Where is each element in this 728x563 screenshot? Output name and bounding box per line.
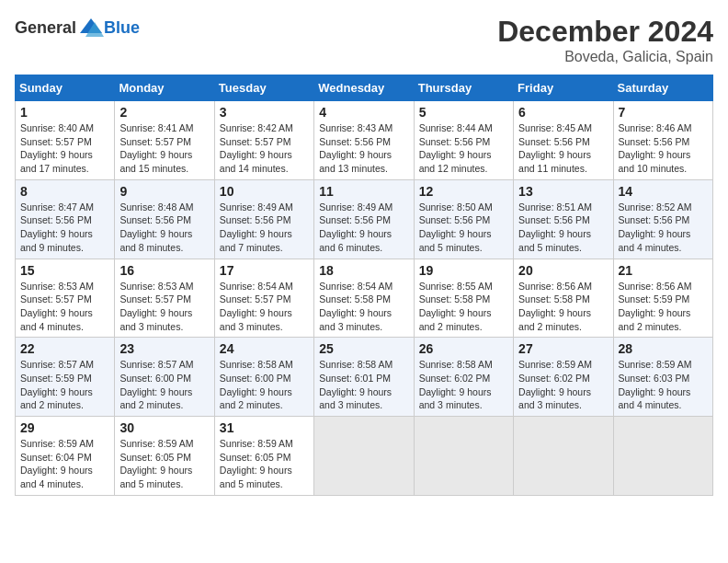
- logo-general: General: [15, 18, 76, 38]
- day-number: 25: [319, 341, 408, 356]
- day-number: 21: [619, 263, 708, 278]
- day-info: Sunrise: 8:59 AMSunset: 6:02 PMDaylight:…: [518, 358, 608, 412]
- calendar-day-cell: 1Sunrise: 8:40 AMSunset: 5:57 PMDaylight…: [16, 101, 115, 180]
- day-number: 9: [119, 184, 209, 199]
- calendar-day-cell: 8Sunrise: 8:47 AMSunset: 5:56 PMDaylight…: [16, 179, 115, 259]
- calendar-day-cell: 13Sunrise: 8:51 AMSunset: 5:56 PMDayligh…: [514, 179, 613, 259]
- day-number: 24: [220, 341, 309, 356]
- day-number: 26: [419, 341, 508, 356]
- day-number: 29: [20, 420, 109, 435]
- calendar-day-cell: 29Sunrise: 8:59 AMSunset: 6:04 PMDayligh…: [16, 417, 115, 496]
- calendar-day-cell: 27Sunrise: 8:59 AMSunset: 6:02 PMDayligh…: [514, 338, 613, 417]
- calendar-week-row: 29Sunrise: 8:59 AMSunset: 6:04 PMDayligh…: [16, 417, 713, 496]
- day-info: Sunrise: 8:54 AMSunset: 5:58 PMDaylight:…: [319, 280, 408, 334]
- calendar-day-cell: 16Sunrise: 8:53 AMSunset: 5:57 PMDayligh…: [115, 259, 214, 338]
- calendar-day-cell: 14Sunrise: 8:52 AMSunset: 5:56 PMDayligh…: [613, 179, 712, 259]
- day-info: Sunrise: 8:57 AMSunset: 5:59 PMDaylight:…: [20, 358, 109, 412]
- calendar-body: 1Sunrise: 8:40 AMSunset: 5:57 PMDaylight…: [16, 101, 713, 496]
- calendar-day-cell: 11Sunrise: 8:49 AMSunset: 5:56 PMDayligh…: [314, 179, 414, 259]
- calendar-day-cell: 24Sunrise: 8:58 AMSunset: 6:00 PMDayligh…: [214, 338, 313, 417]
- day-info: Sunrise: 8:53 AMSunset: 5:57 PMDaylight:…: [20, 280, 109, 334]
- day-info: Sunrise: 8:56 AMSunset: 5:59 PMDaylight:…: [619, 280, 708, 334]
- day-info: Sunrise: 8:59 AMSunset: 6:04 PMDaylight:…: [20, 437, 109, 491]
- day-number: 19: [419, 263, 508, 278]
- calendar-day-cell: [613, 417, 712, 496]
- day-info: Sunrise: 8:54 AMSunset: 5:57 PMDaylight:…: [220, 280, 309, 334]
- day-number: 1: [20, 105, 109, 120]
- calendar-day-cell: 10Sunrise: 8:49 AMSunset: 5:56 PMDayligh…: [214, 179, 313, 259]
- day-info: Sunrise: 8:41 AMSunset: 5:57 PMDaylight:…: [119, 121, 209, 176]
- calendar-day-cell: 18Sunrise: 8:54 AMSunset: 5:58 PMDayligh…: [314, 259, 414, 338]
- day-info: Sunrise: 8:43 AMSunset: 5:56 PMDaylight:…: [319, 121, 408, 176]
- day-info: Sunrise: 8:40 AMSunset: 5:57 PMDaylight:…: [20, 121, 109, 176]
- calendar-day-cell: [414, 417, 513, 496]
- calendar-day-header: Monday: [115, 75, 214, 101]
- day-number: 30: [119, 420, 209, 435]
- logo-blue: Blue: [104, 18, 140, 38]
- day-info: Sunrise: 8:48 AMSunset: 5:56 PMDaylight:…: [119, 201, 209, 255]
- day-info: Sunrise: 8:59 AMSunset: 6:05 PMDaylight:…: [220, 437, 309, 491]
- day-info: Sunrise: 8:58 AMSunset: 6:00 PMDaylight:…: [220, 358, 309, 412]
- day-info: Sunrise: 8:57 AMSunset: 6:00 PMDaylight:…: [119, 358, 209, 412]
- day-number: 20: [518, 263, 608, 278]
- logo-icon: [78, 15, 104, 40]
- calendar-day-header: Sunday: [16, 75, 115, 101]
- day-number: 2: [119, 105, 209, 120]
- day-info: Sunrise: 8:58 AMSunset: 6:01 PMDaylight:…: [319, 358, 408, 412]
- day-info: Sunrise: 8:46 AMSunset: 5:56 PMDaylight:…: [619, 121, 708, 176]
- day-info: Sunrise: 8:44 AMSunset: 5:56 PMDaylight:…: [419, 121, 508, 176]
- day-info: Sunrise: 8:45 AMSunset: 5:56 PMDaylight:…: [518, 121, 608, 176]
- calendar-day-cell: 3Sunrise: 8:42 AMSunset: 5:57 PMDaylight…: [214, 101, 313, 180]
- calendar-week-row: 22Sunrise: 8:57 AMSunset: 5:59 PMDayligh…: [16, 338, 713, 417]
- day-info: Sunrise: 8:51 AMSunset: 5:56 PMDaylight:…: [518, 201, 608, 255]
- day-number: 17: [220, 263, 309, 278]
- calendar-day-cell: 12Sunrise: 8:50 AMSunset: 5:56 PMDayligh…: [414, 179, 513, 259]
- day-number: 27: [518, 341, 608, 356]
- day-number: 10: [220, 184, 309, 199]
- calendar-week-row: 8Sunrise: 8:47 AMSunset: 5:56 PMDaylight…: [16, 179, 713, 259]
- calendar-header-row: SundayMondayTuesdayWednesdayThursdayFrid…: [16, 75, 713, 101]
- day-number: 4: [319, 105, 408, 120]
- calendar-day-cell: 19Sunrise: 8:55 AMSunset: 5:58 PMDayligh…: [414, 259, 513, 338]
- day-number: 8: [20, 184, 109, 199]
- page-header: General Blue December 2024 Boveda, Galic…: [15, 15, 713, 65]
- calendar-table: SundayMondayTuesdayWednesdayThursdayFrid…: [15, 75, 713, 496]
- calendar-day-cell: 9Sunrise: 8:48 AMSunset: 5:56 PMDaylight…: [115, 179, 214, 259]
- calendar-day-header: Friday: [514, 75, 613, 101]
- day-number: 23: [119, 341, 209, 356]
- calendar-day-header: Thursday: [414, 75, 513, 101]
- day-number: 12: [419, 184, 508, 199]
- day-number: 3: [220, 105, 309, 120]
- month-title: December 2024: [497, 15, 713, 49]
- day-number: 6: [518, 105, 608, 120]
- day-number: 14: [619, 184, 708, 199]
- title-area: December 2024 Boveda, Galicia, Spain: [497, 15, 713, 65]
- calendar-day-cell: [514, 417, 613, 496]
- day-info: Sunrise: 8:59 AMSunset: 6:03 PMDaylight:…: [619, 358, 708, 412]
- calendar-day-cell: 31Sunrise: 8:59 AMSunset: 6:05 PMDayligh…: [214, 417, 313, 496]
- day-info: Sunrise: 8:52 AMSunset: 5:56 PMDaylight:…: [619, 201, 708, 255]
- calendar-day-cell: 15Sunrise: 8:53 AMSunset: 5:57 PMDayligh…: [16, 259, 115, 338]
- day-number: 13: [518, 184, 608, 199]
- day-number: 15: [20, 263, 109, 278]
- day-info: Sunrise: 8:58 AMSunset: 6:02 PMDaylight:…: [419, 358, 508, 412]
- calendar-week-row: 1Sunrise: 8:40 AMSunset: 5:57 PMDaylight…: [16, 101, 713, 180]
- calendar-week-row: 15Sunrise: 8:53 AMSunset: 5:57 PMDayligh…: [16, 259, 713, 338]
- day-info: Sunrise: 8:49 AMSunset: 5:56 PMDaylight:…: [220, 201, 309, 255]
- calendar-day-cell: 21Sunrise: 8:56 AMSunset: 5:59 PMDayligh…: [613, 259, 712, 338]
- calendar-day-cell: 25Sunrise: 8:58 AMSunset: 6:01 PMDayligh…: [314, 338, 414, 417]
- calendar-day-cell: 5Sunrise: 8:44 AMSunset: 5:56 PMDaylight…: [414, 101, 513, 180]
- calendar-day-cell: 2Sunrise: 8:41 AMSunset: 5:57 PMDaylight…: [115, 101, 214, 180]
- day-number: 28: [619, 341, 708, 356]
- day-info: Sunrise: 8:53 AMSunset: 5:57 PMDaylight:…: [119, 280, 209, 334]
- day-info: Sunrise: 8:56 AMSunset: 5:58 PMDaylight:…: [518, 280, 608, 334]
- day-number: 18: [319, 263, 408, 278]
- calendar-day-cell: 26Sunrise: 8:58 AMSunset: 6:02 PMDayligh…: [414, 338, 513, 417]
- day-number: 31: [220, 420, 309, 435]
- day-info: Sunrise: 8:42 AMSunset: 5:57 PMDaylight:…: [220, 121, 309, 176]
- day-info: Sunrise: 8:55 AMSunset: 5:58 PMDaylight:…: [419, 280, 508, 334]
- calendar-day-header: Tuesday: [214, 75, 313, 101]
- calendar-day-cell: 6Sunrise: 8:45 AMSunset: 5:56 PMDaylight…: [514, 101, 613, 180]
- calendar-day-cell: 28Sunrise: 8:59 AMSunset: 6:03 PMDayligh…: [613, 338, 712, 417]
- calendar-day-cell: 4Sunrise: 8:43 AMSunset: 5:56 PMDaylight…: [314, 101, 414, 180]
